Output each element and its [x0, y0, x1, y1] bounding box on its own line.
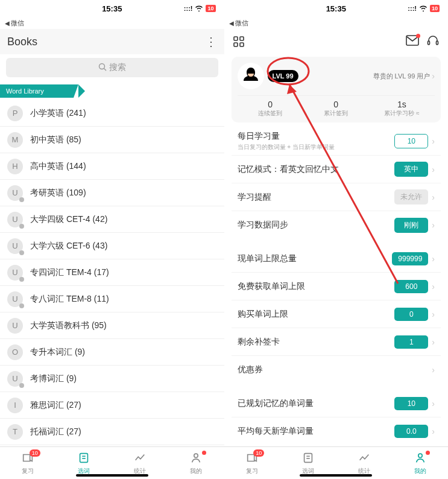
back-chevron-icon: ◀ [5, 20, 10, 27]
setting-row[interactable]: 学习提醒未允许› [232, 183, 441, 211]
book-row[interactable]: O专升本词汇 (9) [0, 339, 224, 366]
chevron-right-icon: › [432, 282, 435, 291]
wifi-icon [419, 5, 427, 13]
tab-我的[interactable]: 我的 [168, 447, 224, 479]
home-indicator [76, 474, 148, 477]
book-row[interactable]: U专四词汇 TEM-4 (17) [0, 259, 224, 286]
stat-item[interactable]: 0累计签到 [303, 100, 369, 118]
setting-value-pill: 10 [394, 134, 428, 148]
chevron-right-icon: › [432, 309, 435, 319]
back-to-app[interactable]: ◀ 微信 [0, 17, 224, 29]
book-row[interactable]: U大学六级 CET-6 (43) [0, 233, 224, 259]
tab-复习[interactable]: 10复习 [0, 447, 56, 479]
stat-label: 累计签到 [303, 109, 369, 118]
tab-badge: 10 [30, 449, 40, 457]
setting-group: 现单词上限总量999999›免费获取单词上限600›购买单词上限0›剩余补签卡1… [232, 245, 441, 384]
book-row[interactable]: U考博词汇 (9) [0, 366, 224, 392]
notification-dot [202, 451, 206, 455]
phone-right: 15:35 :::! 10 ◀ 微信 LVL 99 [224, 0, 449, 479]
battery-icon: 10 [430, 5, 440, 12]
tab-我的[interactable]: 我的 [392, 447, 448, 479]
setting-row[interactable]: 现单词上限总量999999› [232, 245, 441, 273]
book-row[interactable]: U大学四级 CET-4 (42) [0, 206, 224, 233]
more-icon[interactable]: ⋮ [205, 34, 217, 49]
svg-rect-6 [234, 37, 238, 40]
search-placeholder: 搜索 [109, 62, 126, 73]
ribbon-label: Word Library [6, 87, 44, 95]
book-row[interactable]: T托福词汇 (27) [0, 419, 224, 445]
tab-label: 复习 [246, 467, 258, 475]
book-list[interactable]: P小学英语 (241)M初中英语 (85)H高中英语 (144)U考研英语 (1… [0, 100, 224, 446]
grid-icon[interactable] [233, 36, 245, 48]
mail-icon[interactable] [406, 35, 419, 48]
book-row[interactable]: U考研英语 (109) [0, 180, 224, 206]
chevron-right-icon: › [432, 427, 435, 436]
book-letter-icon: U [7, 318, 23, 334]
book-letter-icon: T [7, 424, 23, 440]
tab-icon [77, 451, 90, 466]
book-name: 考博词汇 (9) [30, 373, 217, 384]
setting-value-pill: 0 [394, 308, 428, 321]
setting-value-pill: 10 [394, 397, 428, 410]
book-row[interactable]: H高中英语 (144) [0, 153, 224, 180]
book-name: 专八词汇 TEM-8 (11) [30, 294, 217, 305]
book-letter-icon: H [7, 159, 23, 174]
book-row[interactable]: U专八词汇 TEM-8 (11) [0, 286, 224, 312]
setting-row[interactable]: 剩余补签卡1› [232, 328, 441, 356]
book-letter-icon: I [7, 398, 23, 413]
search-input[interactable]: 搜索 [6, 58, 218, 77]
vip-user-link[interactable]: 尊贵的 LVL 99 用户 › [373, 71, 435, 81]
setting-row[interactable]: 购买单词上限0› [232, 300, 441, 328]
back-app-label: 微信 [235, 19, 248, 28]
stat-value: 1s [369, 100, 435, 109]
tab-label: 我的 [414, 467, 426, 475]
level-chip: LVL 99 [268, 70, 298, 82]
book-row[interactable]: P小学英语 (241) [0, 100, 224, 127]
avatar[interactable] [238, 63, 264, 89]
status-time: 15:35 [326, 4, 346, 13]
setting-row[interactable]: 已规划记忆的单词量10› [232, 390, 441, 417]
profile-header [224, 29, 449, 54]
book-name: 初中英语 (85) [30, 135, 217, 145]
book-row[interactable]: M初中英语 (85) [0, 127, 224, 153]
setting-label: 优惠券 [238, 364, 432, 375]
book-letter-icon: U [7, 238, 23, 254]
book-row[interactable]: I雅思词汇 (27) [0, 392, 224, 419]
setting-row[interactable]: 优惠券› [232, 356, 441, 384]
status-bar: 15:35 :::! 10 [224, 0, 449, 17]
signal-icon: :::! [184, 5, 193, 12]
status-time: 15:35 [102, 4, 122, 13]
setting-label: 学习提醒 [238, 192, 395, 203]
book-letter-icon: U [7, 371, 23, 387]
settings-list[interactable]: 每日学习量当日复习的数词量 + 当日新学单词量10›记忆模式：看英文回忆中文英中… [224, 127, 449, 446]
book-row[interactable]: U大学英语教科书 (95) [0, 312, 224, 339]
book-name: 雅思词汇 (27) [30, 400, 217, 411]
setting-row[interactable]: 免费获取单词上限600› [232, 273, 441, 300]
svg-rect-8 [234, 43, 238, 46]
page-title: Books [7, 36, 205, 48]
stat-item[interactable]: 1s累计学习秒 ≈ [369, 100, 435, 118]
setting-label: 记忆模式：看英文回忆中文 [238, 164, 395, 175]
stat-item[interactable]: 0连续签到 [238, 100, 303, 118]
headset-icon[interactable] [426, 34, 440, 49]
chevron-right-icon: › [432, 192, 435, 202]
tab-复习[interactable]: 10复习 [224, 447, 280, 479]
tab-label: 我的 [190, 467, 202, 475]
chevron-right-icon: › [432, 220, 435, 230]
setting-row[interactable]: 记忆模式：看英文回忆中文英中› [232, 156, 441, 183]
book-letter-icon: M [7, 132, 23, 148]
wifi-icon [195, 5, 203, 13]
book-letter-icon: U [7, 291, 23, 307]
book-name: 考研英语 (109) [30, 188, 217, 198]
chevron-right-icon: › [432, 136, 435, 146]
setting-row[interactable]: 学习数据同步刚刚› [232, 211, 441, 239]
setting-row[interactable]: 每日学习量当日复习的数词量 + 当日新学单词量10› [232, 127, 441, 156]
books-header: Books ⋮ [0, 29, 224, 54]
stat-label: 累计学习秒 ≈ [369, 109, 435, 118]
setting-row[interactable]: 平均每天新学单词量0.0› [232, 417, 441, 445]
back-to-app[interactable]: ◀ 微信 [224, 17, 449, 29]
setting-label: 每日学习量当日复习的数词量 + 当日新学单词量 [238, 131, 395, 151]
book-letter-icon: U [7, 212, 23, 227]
book-letter-icon: U [7, 265, 23, 281]
setting-label: 现单词上限总量 [238, 253, 393, 264]
